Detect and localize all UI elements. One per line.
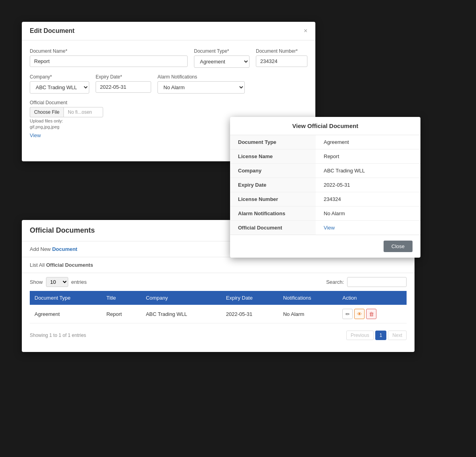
- view-value-alarm: No Alarm: [316, 207, 420, 221]
- cell-company: ABC Trading WLL: [141, 305, 221, 323]
- view-value-expiry: 2022-05-31: [316, 178, 420, 192]
- showing-text: Showing 1 to 1 of 1 entries: [30, 333, 86, 338]
- doc-number-input[interactable]: [256, 55, 307, 67]
- col-header-notifications: Notifications: [278, 291, 338, 305]
- edit-modal-view-link[interactable]: View: [30, 132, 41, 138]
- view-label-alarm: Alarm Notifications: [230, 207, 316, 221]
- edit-button[interactable]: ✏: [342, 309, 353, 319]
- view-row-expiry: Expiry Date 2022-05-31: [230, 178, 420, 192]
- view-value-license-num: 234324: [316, 192, 420, 207]
- view-row-company: Company ABC Trading WLL: [230, 164, 420, 178]
- delete-button[interactable]: 🗑: [366, 309, 376, 319]
- view-value-company: ABC Trading WLL: [316, 164, 420, 178]
- search-label: Search:: [326, 279, 344, 285]
- doc-number-label: Document Number*: [256, 48, 307, 54]
- view-modal-body: Document Type Agreement License Name Rep…: [230, 135, 420, 235]
- col-header-action: Action: [338, 291, 407, 305]
- doc-name-group: Document Name*: [30, 48, 188, 67]
- view-modal-title: View Official Document: [292, 122, 358, 129]
- official-doc-label: Official Document: [30, 100, 307, 105]
- action-buttons: ✏ 👁 🗑: [342, 309, 402, 319]
- expiry-input[interactable]: [96, 81, 151, 93]
- edit-modal-header: Edit Document ×: [22, 22, 315, 40]
- previous-page-button[interactable]: Previous: [346, 331, 374, 340]
- edit-modal-close-button[interactable]: ×: [304, 27, 307, 34]
- cell-title: Report: [102, 305, 141, 323]
- doc-name-label: Document Name*: [30, 48, 188, 54]
- show-label: Show: [30, 279, 43, 285]
- expiry-group: Expiry Date*: [96, 74, 151, 93]
- doc-type-group: Document Type* Agreement Contract Licens…: [194, 48, 250, 68]
- alarm-label: Alarm Notifications: [157, 74, 245, 80]
- view-label-license-num: License Number: [230, 192, 316, 207]
- edit-modal-title: Edit Document: [30, 27, 75, 34]
- view-button[interactable]: 👁: [354, 309, 365, 319]
- page-1-button[interactable]: 1: [375, 331, 387, 340]
- company-label: Company*: [30, 74, 89, 80]
- next-page-button[interactable]: Next: [388, 331, 407, 340]
- company-select[interactable]: ABC Trading WLL XYZ Corp DEF Ltd: [30, 81, 89, 94]
- view-modal-header: View Official Document: [230, 117, 420, 135]
- entries-select[interactable]: 10 25 50 100: [46, 277, 68, 287]
- view-modal-footer: Close: [230, 235, 420, 258]
- documents-table: Document Type Title Company Expiry Date …: [30, 291, 407, 323]
- view-row-alarm: Alarm Notifications No Alarm: [230, 207, 420, 221]
- section-title: Official Documents: [30, 226, 95, 234]
- view-value-license-name: Report: [316, 149, 420, 164]
- show-entries-control: Show 10 25 50 100 entries: [30, 277, 87, 287]
- col-header-company: Company: [141, 291, 221, 305]
- view-value-doc-type: Agreement: [316, 135, 420, 149]
- pagination: Previous 1 Next: [346, 331, 407, 340]
- alarm-select[interactable]: No Alarm 1 Month Before 2 Months Before …: [157, 81, 245, 94]
- table-header-row: Document Type Title Company Expiry Date …: [30, 291, 407, 305]
- add-new-document-link[interactable]: Document: [52, 246, 77, 252]
- view-document-link[interactable]: View: [324, 225, 335, 231]
- view-modal-close-button[interactable]: Close: [384, 241, 413, 252]
- file-name-display: No fi...osen: [63, 107, 103, 117]
- table-row: Agreement Report ABC Trading WLL 2022-05…: [30, 305, 407, 323]
- cell-action: ✏ 👁 🗑: [338, 305, 407, 323]
- view-row-official-doc: Official Document View: [230, 221, 420, 235]
- expiry-label: Expiry Date*: [96, 74, 151, 80]
- col-header-doc-type: Document Type: [30, 291, 102, 305]
- doc-number-group: Document Number*: [256, 48, 307, 67]
- col-header-title: Title: [102, 291, 141, 305]
- cell-expiry: 2022-05-31: [221, 305, 278, 323]
- company-group: Company* ABC Trading WLL XYZ Corp DEF Lt…: [30, 74, 89, 94]
- list-all-text: List All Official Documents: [30, 262, 93, 268]
- alarm-group: Alarm Notifications No Alarm 1 Month Bef…: [157, 74, 245, 94]
- list-all-bar: List All Official Documents: [22, 257, 415, 273]
- view-document-table: Document Type Agreement License Name Rep…: [230, 135, 420, 235]
- cell-notifications: No Alarm: [278, 305, 338, 323]
- doc-type-label: Document Type*: [194, 48, 250, 54]
- view-value-official-doc: View: [316, 221, 420, 235]
- cell-doc-type: Agreement: [30, 305, 102, 323]
- table-controls: Show 10 25 50 100 entries Search:: [22, 273, 415, 291]
- add-new-prefix: Add New Document: [30, 246, 77, 252]
- search-input[interactable]: [347, 277, 407, 287]
- view-label-company: Company: [230, 164, 316, 178]
- view-row-license-name: License Name Report: [230, 149, 420, 164]
- doc-name-input[interactable]: [30, 55, 188, 67]
- view-row-license-num: License Number 234324: [230, 192, 420, 207]
- view-label-doc-type: Document Type: [230, 135, 316, 149]
- view-row-doc-type: Document Type Agreement: [230, 135, 420, 149]
- view-official-document-modal: View Official Document Document Type Agr…: [230, 117, 420, 258]
- col-header-expiry: Expiry Date: [221, 291, 278, 305]
- view-label-expiry: Expiry Date: [230, 178, 316, 192]
- choose-file-button[interactable]: Choose File: [30, 107, 63, 117]
- view-label-official-doc: Official Document: [230, 221, 316, 235]
- form-row-2: Company* ABC Trading WLL XYZ Corp DEF Lt…: [30, 74, 307, 94]
- list-all-link: Official Documents: [46, 262, 93, 268]
- doc-type-select[interactable]: Agreement Contract License Other: [194, 55, 250, 68]
- search-bar: Search:: [326, 277, 407, 287]
- table-footer: Showing 1 to 1 of 1 entries Previous 1 N…: [22, 327, 415, 344]
- entries-label: entries: [71, 279, 87, 285]
- file-input-row: Choose File No fi...osen: [30, 107, 307, 117]
- form-row-1: Document Name* Document Type* Agreement …: [30, 48, 307, 68]
- view-label-license-name: License Name: [230, 149, 316, 164]
